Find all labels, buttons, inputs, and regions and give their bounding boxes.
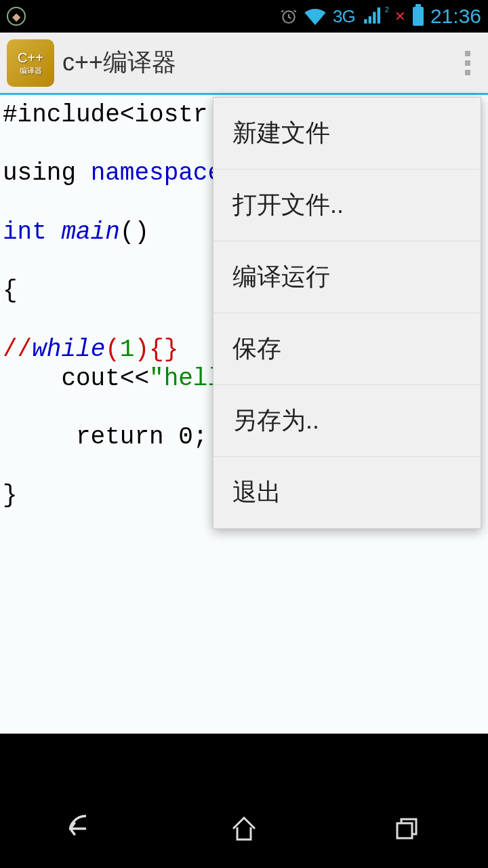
app-icon-main: C++	[18, 50, 43, 66]
signal-icon	[362, 7, 381, 25]
navigation-bar	[0, 791, 488, 866]
menu-save-as[interactable]: 另存为..	[214, 385, 481, 457]
network-type-label: 3G	[333, 6, 355, 27]
svg-rect-1	[397, 823, 412, 838]
home-button[interactable]	[220, 805, 268, 852]
status-bar: ◆ 3G 2 ✕ 21:36	[0, 0, 488, 33]
app-icon[interactable]: C++ 编译器	[7, 39, 54, 87]
overflow-menu: 新建文件 打开文件.. 编译运行 保存 另存为.. 退出	[213, 97, 481, 529]
app-icon-sub: 编译器	[20, 66, 42, 76]
menu-new-file[interactable]: 新建文件	[214, 98, 481, 170]
battery-icon	[413, 7, 424, 26]
wifi-icon	[304, 7, 326, 25]
menu-open-file[interactable]: 打开文件..	[214, 170, 481, 241]
menu-compile-run[interactable]: 编译运行	[214, 241, 481, 313]
recent-apps-button[interactable]	[383, 805, 430, 852]
back-button[interactable]	[58, 805, 105, 852]
alarm-icon	[280, 7, 298, 25]
sim-slot-label: 2	[385, 5, 389, 14]
app-bar: C++ 编译器 c++编译器	[0, 33, 488, 95]
menu-save[interactable]: 保存	[214, 313, 481, 385]
overflow-menu-button[interactable]	[454, 46, 481, 80]
app-status-icon: ◆	[7, 7, 26, 26]
clock: 21:36	[430, 5, 481, 28]
app-title: c++编译器	[62, 46, 176, 79]
menu-exit[interactable]: 退出	[214, 457, 481, 528]
no-sim-icon: ✕	[394, 8, 406, 24]
